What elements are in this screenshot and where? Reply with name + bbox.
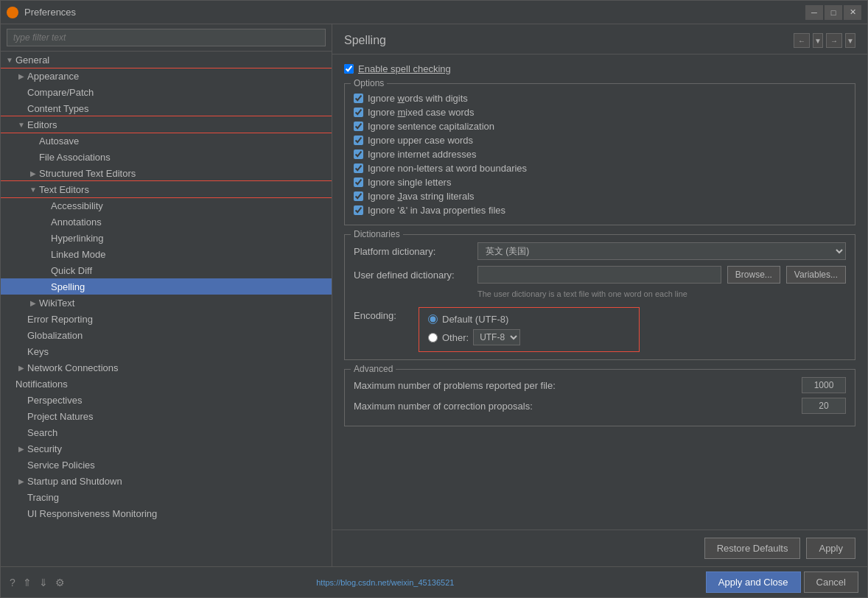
import-icon[interactable]: ⇓ [39, 577, 48, 588]
tree-item-autosave[interactable]: Autosave [1, 133, 332, 149]
checkbox-ignore-mixed: Ignore mixed case words [354, 105, 846, 119]
main-content: ▼ General ▶ Appearance Compare/Patch Con… [1, 24, 867, 566]
tree-item-service-policies[interactable]: Service Policies [1, 457, 332, 473]
tree-item-error-reporting[interactable]: Error Reporting [1, 311, 332, 327]
checkbox-input[interactable] [354, 177, 363, 187]
tree-item-search[interactable]: Search [1, 424, 332, 440]
tree-item-network[interactable]: ▶ Network Connections [1, 359, 332, 376]
expand-arrow [15, 313, 27, 325]
enable-spell-checkbox[interactable] [344, 64, 354, 74]
tree-label-accessibility: Accessibility [51, 200, 103, 211]
tree-item-content-types[interactable]: Content Types [1, 100, 332, 116]
tree-item-structured-text[interactable]: ▶ Structured Text Editors [1, 165, 332, 181]
platform-dict-row: Platform dictionary: 英文 (美国) [354, 242, 846, 260]
app-icon [7, 7, 18, 18]
nav-dropdown-button[interactable]: ▼ [813, 33, 823, 48]
expand-arrow [15, 459, 27, 471]
tree-label-compare-patch: Compare/Patch [27, 87, 94, 98]
maximize-button[interactable]: □ [825, 5, 842, 20]
tree-label-structured-text: Structured Text Editors [39, 168, 136, 179]
tree-item-accessibility[interactable]: Accessibility [1, 197, 332, 214]
tree-item-security[interactable]: ▶ Security [1, 440, 332, 457]
settings-icon[interactable]: ⚙ [55, 577, 65, 588]
variables-button[interactable]: Variables... [786, 266, 846, 284]
close-button[interactable]: ✕ [844, 5, 861, 20]
tree-label-spelling: Spelling [51, 281, 85, 292]
back-button[interactable]: ← [794, 33, 810, 48]
export-icon[interactable]: ⇑ [23, 577, 32, 588]
checkbox-input[interactable] [354, 122, 363, 131]
apply-close-button[interactable]: Apply and Close [706, 571, 801, 593]
tree-item-perspectives[interactable]: Perspectives [1, 392, 332, 408]
encoding-other-select[interactable]: UTF-8 [473, 329, 520, 345]
tree-item-wikitext[interactable]: ▶ WikiText [1, 295, 332, 311]
default-encoding-radio[interactable] [428, 314, 438, 324]
footer-link[interactable]: https://blog.csdn.net/weixin_45136521 [316, 578, 454, 587]
tree-item-keys[interactable]: Keys [1, 343, 332, 359]
tree-item-text-editors[interactable]: ▼ Text Editors [1, 181, 332, 197]
restore-defaults-button[interactable]: Restore Defaults [704, 538, 801, 559]
tree-item-compare-patch[interactable]: Compare/Patch [1, 84, 332, 100]
cancel-button[interactable]: Cancel [804, 571, 858, 593]
tree-label-autosave: Autosave [39, 136, 79, 147]
expand-arrow: ▶ [15, 362, 27, 373]
forward-button[interactable]: → [826, 33, 842, 48]
checkbox-label: Ignore sentence capitalization [368, 121, 494, 132]
other-encoding-label[interactable]: Other: [442, 332, 469, 343]
tree-item-globalization[interactable]: Globalization [1, 327, 332, 343]
apply-button[interactable]: Apply [806, 538, 855, 559]
nav-dropdown-button2[interactable]: ▼ [845, 33, 855, 48]
checkbox-input[interactable] [354, 108, 363, 117]
tree-item-annotations[interactable]: Annotations [1, 214, 332, 230]
help-icon[interactable]: ? [10, 577, 15, 588]
platform-dict-select[interactable]: 英文 (美国) [477, 242, 846, 260]
user-dict-input[interactable] [477, 266, 721, 284]
tree-item-editors[interactable]: ▼ Editors [1, 116, 332, 133]
options-section: Options Ignore words with digits Ignore … [344, 83, 855, 225]
tree-label-hyperlinking: Hyperlinking [51, 233, 104, 244]
right-panel: Spelling ← ▼ → ▼ Enable spell checking O… [332, 24, 867, 566]
tree-label-search: Search [27, 427, 57, 438]
right-body: Enable spell checking Options Ignore wor… [332, 54, 867, 530]
enable-spell-label[interactable]: Enable spell checking [358, 63, 451, 74]
max-problems-input[interactable] [802, 377, 846, 393]
tree-item-hyperlinking[interactable]: Hyperlinking [1, 230, 332, 246]
checkbox-ignore-upper: Ignore upper case words [354, 133, 846, 147]
footer-icons: ? ⇑ ⇓ ⚙ [10, 577, 65, 588]
checkbox-input[interactable] [354, 136, 363, 145]
advanced-section: Advanced Maximum number of problems repo… [344, 369, 855, 426]
expand-arrow [39, 281, 51, 292]
tree-item-notifications[interactable]: Notifications [1, 376, 332, 392]
expand-arrow: ▶ [15, 475, 27, 487]
tree-item-general[interactable]: ▼ General [1, 52, 332, 68]
checkbox-input[interactable] [354, 191, 363, 201]
tree-label-linked-mode: Linked Mode [51, 249, 105, 260]
tree-item-linked-mode[interactable]: Linked Mode [1, 246, 332, 262]
user-dict-row: User defined dictionary: Browse... Varia… [354, 266, 846, 284]
tree-item-ui-responsiveness[interactable]: UI Responsiveness Monitoring [1, 505, 332, 521]
tree-item-quick-diff[interactable]: Quick Diff [1, 262, 332, 278]
tree-item-project-natures[interactable]: Project Natures [1, 408, 332, 424]
tree-label-quick-diff: Quick Diff [51, 265, 92, 276]
tree-label-tracing: Tracing [27, 492, 59, 503]
tree-item-file-associations[interactable]: File Associations [1, 149, 332, 165]
checkbox-label: Ignore upper case words [368, 135, 473, 146]
checkbox-input[interactable] [354, 205, 363, 215]
checkbox-label: Ignore Java string literals [368, 191, 475, 202]
search-input[interactable] [7, 29, 326, 46]
tree-label-keys: Keys [27, 346, 49, 357]
tree-item-startup[interactable]: ▶ Startup and Shutdown [1, 473, 332, 489]
tree-item-tracing[interactable]: Tracing [1, 489, 332, 505]
max-proposals-input[interactable] [802, 398, 846, 414]
tree-item-appearance[interactable]: ▶ Appearance [1, 68, 332, 84]
checkbox-input[interactable] [354, 94, 363, 103]
checkbox-input[interactable] [354, 163, 363, 173]
checkbox-input[interactable] [354, 150, 363, 159]
other-encoding-radio[interactable] [428, 333, 438, 342]
tree-item-spelling[interactable]: Spelling [1, 278, 332, 295]
minimize-button[interactable]: ─ [805, 5, 823, 20]
expand-arrow [15, 410, 27, 422]
browse-button[interactable]: Browse... [727, 266, 780, 284]
footer-actions: Apply and Close Cancel [706, 571, 858, 593]
default-encoding-label[interactable]: Default (UTF-8) [442, 314, 508, 325]
